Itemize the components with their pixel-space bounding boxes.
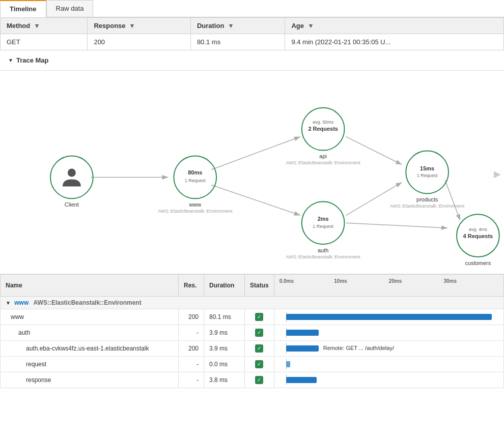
api-node-sublabel: AWS::ElasticBeanstalk::Environment	[286, 160, 361, 165]
bottom-table: Name Res. Duration Status 0.0ms 10ms 20m…	[0, 274, 504, 388]
col-age[interactable]: Age ▾	[285, 18, 504, 34]
auth-node-circle[interactable]	[302, 201, 345, 244]
sort-age-icon[interactable]: ▾	[309, 22, 313, 30]
col-duration[interactable]: Duration ▾	[190, 18, 285, 34]
products-node-req: 1 Request	[417, 173, 438, 178]
customers-node-avg: avg. 4ms	[469, 227, 488, 232]
row-auth-response: -	[179, 325, 204, 341]
chevron-down-icon[interactable]: ▼	[8, 57, 13, 63]
products-node-ms: 15ms	[420, 165, 434, 171]
row-auth-remote-response: 200	[179, 341, 204, 357]
trace-map-title: Trace Map	[16, 56, 49, 64]
row-response-timeline	[274, 372, 503, 388]
cell-age: 9.4 min (2022-01-21 00:35:05 U...	[285, 34, 504, 50]
row-request-duration: 0.0 ms	[204, 357, 245, 372]
auth-node-sublabel: AWS::ElasticBeanstalk::Environment	[286, 254, 361, 259]
edge-auth-products	[346, 182, 402, 215]
status-check-icon: ✓	[255, 360, 263, 368]
www-node-circle[interactable]	[174, 156, 216, 199]
cell-method: GET	[1, 34, 88, 50]
col-response[interactable]: Response ▾	[88, 18, 190, 34]
group-row-cell: ▼ www AWS::ElasticBeanstalk::Environment	[1, 297, 504, 309]
www-node-ms: 80ms	[188, 169, 202, 176]
row-response-name[interactable]: response	[1, 372, 179, 388]
right-edge-indicator: ▶	[494, 169, 501, 179]
row-auth-duration: 3.9 ms	[204, 325, 245, 341]
www-node-req: 1 Request	[185, 178, 206, 183]
status-check-icon: ✓	[255, 344, 263, 353]
trace-map-svg: Client 80ms 1 Request www AWS::ElasticBe…	[0, 71, 504, 274]
status-check-icon: ✓	[255, 376, 263, 384]
group-row: ▼ www AWS::ElasticBeanstalk::Environment	[1, 297, 504, 309]
trace-map-section-header: ▼ Trace Map	[0, 50, 504, 71]
table-row: GET 200 80.1 ms 9.4 min (2022-01-21 00:3…	[1, 34, 504, 50]
client-node-label: Client	[65, 201, 79, 208]
products-node-label: products	[416, 196, 438, 202]
edge-products-customers	[445, 180, 460, 220]
bottom-col-timeline: 0.0ms 10ms 20ms 30ms	[274, 275, 503, 297]
row-www-response: 200	[179, 309, 204, 325]
row-request-timeline	[274, 357, 503, 372]
row-www-timeline	[274, 309, 503, 325]
row-auth: auth - 3.9 ms ✓	[1, 325, 504, 341]
row-auth-remote: auth.eba-cvkws4fz.us-east-1.elasticbeans…	[1, 341, 504, 357]
auth-node-ms: 2ms	[318, 216, 329, 222]
www-node-label: www	[188, 201, 201, 208]
trace-map-container: Client 80ms 1 Request www AWS::ElasticBe…	[0, 71, 504, 274]
row-response-duration: 3.8 ms	[204, 372, 245, 388]
www-node-sublabel: AWS::ElasticBeanstalk::Environment	[158, 209, 233, 214]
products-node-sublabel: AWS::ElasticBeanstalk::Environment	[390, 203, 465, 209]
api-node-label: api	[319, 153, 327, 159]
bottom-col-status[interactable]: Status	[245, 275, 274, 297]
col-method[interactable]: Method ▾	[1, 18, 88, 34]
sort-method-icon[interactable]: ▾	[35, 22, 39, 30]
tick-30ms: 30ms	[443, 278, 457, 284]
tab-timeline[interactable]: Timeline	[0, 0, 46, 17]
customers-node-label: customers	[465, 260, 491, 266]
group-name[interactable]: www	[14, 299, 29, 306]
bottom-col-name[interactable]: Name	[1, 275, 179, 297]
row-auth-name[interactable]: auth	[1, 325, 179, 341]
products-node-circle[interactable]	[406, 151, 449, 194]
group-type: AWS::ElasticBeanstalk::Environment	[34, 299, 142, 306]
top-data-table: Method ▾ Response ▾ Duration ▾ Age ▾ GET…	[0, 17, 504, 50]
api-node-ms: 2 Requests	[308, 126, 338, 132]
client-node-circle[interactable]	[50, 156, 93, 199]
row-auth-remote-timeline: Remote: GET ... /auth/delay/	[274, 341, 503, 357]
api-node-avg: avg. 50ms	[313, 120, 334, 125]
row-request: request - 0.0 ms ✓	[1, 357, 504, 372]
row-www-name[interactable]: www	[1, 309, 179, 325]
group-chevron-icon[interactable]: ▼	[6, 300, 11, 306]
row-auth-remote-duration: 3.9 ms	[204, 341, 245, 357]
tab-bar: Timeline Raw data	[0, 0, 504, 17]
cell-response: 200	[88, 34, 190, 50]
bottom-col-response[interactable]: Res.	[179, 275, 204, 297]
row-auth-status: ✓	[245, 325, 274, 341]
auth-node-label: auth	[318, 247, 328, 253]
edge-auth-customers	[346, 223, 448, 228]
bottom-col-duration[interactable]: Duration	[204, 275, 245, 297]
auth-node-req: 1 Request	[313, 224, 333, 229]
remote-label: Remote: GET ... /auth/delay/	[323, 345, 394, 351]
tab-rawdata[interactable]: Raw data	[46, 0, 94, 17]
svg-point-1	[68, 169, 76, 177]
row-auth-timeline	[274, 325, 503, 341]
row-auth-remote-name[interactable]: auth.eba-cvkws4fz.us-east-1.elasticbeans…	[1, 341, 179, 357]
row-request-response: -	[179, 357, 204, 372]
row-www: www 200 80.1 ms ✓	[1, 309, 504, 325]
row-www-duration: 80.1 ms	[204, 309, 245, 325]
tick-0ms: 0.0ms	[279, 278, 294, 284]
sort-duration-icon[interactable]: ▾	[229, 22, 233, 30]
customers-node-req: 4 Requests	[463, 233, 493, 239]
row-auth-remote-status: ✓	[245, 341, 274, 357]
row-request-status: ✓	[245, 357, 274, 372]
row-response-response: -	[179, 372, 204, 388]
status-check-icon: ✓	[255, 329, 263, 337]
row-www-status: ✓	[245, 309, 274, 325]
row-request-name[interactable]: request	[1, 357, 179, 372]
row-response-status: ✓	[245, 372, 274, 388]
tick-10ms: 10ms	[334, 278, 347, 284]
sort-response-icon[interactable]: ▾	[130, 22, 134, 30]
bottom-section: Name Res. Duration Status 0.0ms 10ms 20m…	[0, 274, 504, 388]
row-response: response - 3.8 ms ✓	[1, 372, 504, 388]
